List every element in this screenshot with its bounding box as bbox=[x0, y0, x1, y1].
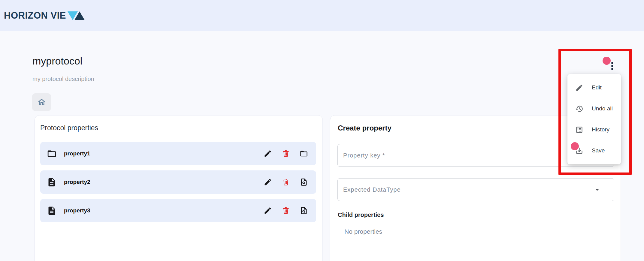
menu-item-save[interactable]: Save bbox=[567, 140, 621, 161]
trash-icon bbox=[282, 149, 290, 158]
trash-icon bbox=[282, 178, 290, 186]
edit-property-button[interactable] bbox=[263, 206, 272, 215]
folder-icon bbox=[300, 149, 308, 158]
document-search-icon bbox=[300, 178, 308, 186]
pencil-icon bbox=[575, 84, 583, 92]
folder-icon bbox=[47, 149, 57, 159]
page-description: my protocol description bbox=[32, 76, 94, 82]
property-row-3: property3 bbox=[40, 199, 316, 222]
home-button[interactable] bbox=[32, 93, 51, 111]
preview-property-button[interactable] bbox=[299, 206, 308, 215]
protocol-properties-card: Protocol properties property1 bbox=[35, 115, 323, 261]
delete-property-button[interactable] bbox=[281, 178, 290, 187]
app-header: HORIZON VIE bbox=[0, 0, 644, 31]
page-title: myprotocol bbox=[32, 55, 82, 67]
edit-property-button[interactable] bbox=[263, 178, 272, 187]
menu-item-label: Save bbox=[592, 147, 605, 154]
trash-icon bbox=[282, 206, 290, 215]
menu-item-undo-all[interactable]: Undo all bbox=[567, 98, 621, 119]
document-search-icon bbox=[300, 206, 308, 215]
list-box-icon bbox=[575, 126, 583, 134]
datatype-select-label: Expected DataType bbox=[343, 186, 401, 193]
delete-property-button[interactable] bbox=[281, 149, 290, 158]
protocol-properties-title: Protocol properties bbox=[40, 124, 98, 132]
document-icon bbox=[47, 177, 57, 187]
more-options-button[interactable] bbox=[608, 59, 616, 73]
app-logo: HORIZON VIE bbox=[4, 10, 85, 21]
delete-property-button[interactable] bbox=[281, 206, 290, 215]
chevron-down-icon bbox=[594, 186, 601, 195]
pencil-icon bbox=[264, 149, 272, 158]
pencil-icon bbox=[264, 178, 272, 186]
property-name: property1 bbox=[64, 150, 90, 157]
edit-property-button[interactable] bbox=[263, 149, 272, 158]
restore-history-icon bbox=[575, 105, 583, 113]
menu-item-label: Edit bbox=[592, 84, 602, 91]
menu-item-edit[interactable]: Edit bbox=[567, 77, 621, 98]
menu-item-history[interactable]: History bbox=[567, 119, 621, 140]
property-row-1: property1 bbox=[40, 142, 316, 165]
pencil-icon bbox=[264, 206, 272, 215]
no-properties-text: No properties bbox=[344, 228, 382, 235]
property-name: property3 bbox=[64, 207, 90, 214]
property-list: property1 property2 bbox=[40, 142, 316, 227]
property-name: property2 bbox=[64, 179, 90, 185]
preview-property-button[interactable] bbox=[299, 178, 308, 187]
menu-item-label: Undo all bbox=[592, 105, 613, 112]
document-icon bbox=[47, 206, 57, 216]
home-icon bbox=[37, 98, 46, 107]
app-logo-text: HORIZON VIE bbox=[4, 10, 66, 21]
create-property-title: Create property bbox=[338, 124, 392, 132]
menu-item-label: History bbox=[592, 126, 609, 133]
open-children-button[interactable] bbox=[299, 149, 308, 158]
logo-triangle-up-icon bbox=[74, 11, 85, 20]
context-menu: Edit Undo all History Save bbox=[567, 74, 621, 164]
child-properties-label: Child properties bbox=[338, 212, 384, 218]
property-row-2: property2 bbox=[40, 170, 316, 194]
datatype-select[interactable]: Expected DataType bbox=[337, 178, 614, 201]
save-download-icon bbox=[575, 147, 583, 155]
kebab-menu-icon bbox=[611, 62, 613, 70]
